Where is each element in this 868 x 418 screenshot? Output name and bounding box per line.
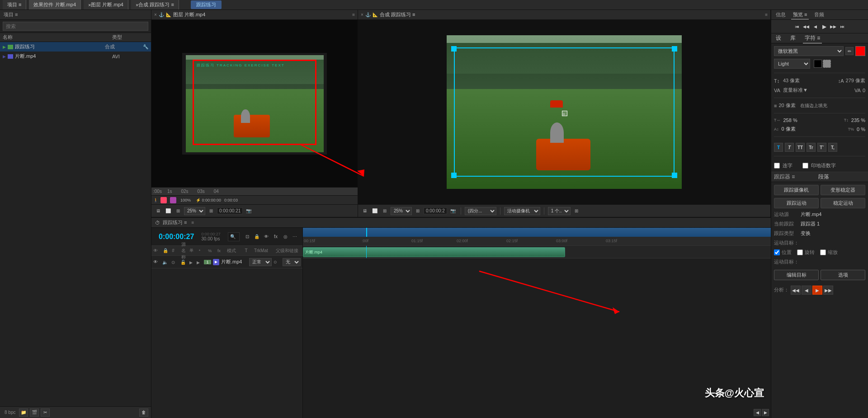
back-btn[interactable]: ◀ [811, 23, 819, 30]
delete-btn[interactable]: 🗑 [139, 409, 148, 417]
right-safe-btn[interactable]: ⬜ [371, 207, 379, 215]
camera-select[interactable]: 活动摄像机 [504, 207, 540, 215]
new-comp-btn[interactable]: 🎬 [30, 409, 39, 417]
pen-icon[interactable]: ✏ [845, 47, 854, 55]
allcaps-btn[interactable]: TT [796, 143, 805, 152]
analyze-fwd-btn[interactable]: ▶ [812, 286, 822, 295]
timeline-clip[interactable]: 片断.mp4 [303, 247, 565, 257]
right-expand-btn[interactable]: ⊞ [414, 207, 422, 215]
nav-left-btn[interactable]: ◀ [754, 409, 761, 416]
tab-effects[interactable]: 效果控件 片断.mp4 [29, 0, 81, 9]
india-checkbox[interactable] [802, 163, 808, 169]
render-icon[interactable]: ⋯ [291, 233, 299, 241]
stabilize-motion-btn[interactable]: 稳定运动 [821, 198, 865, 208]
sub-btn[interactable]: T, [828, 143, 837, 152]
lock-icon[interactable]: 🔒 [253, 233, 261, 241]
track-name: 片断.mp4 [221, 258, 247, 265]
track-solo[interactable]: ⊙ [171, 259, 179, 265]
tab-settings[interactable]: 设 [774, 33, 783, 43]
edit-target-btn[interactable]: 编辑目标 [774, 270, 819, 280]
right-camera-btn[interactable]: 📷 [449, 207, 457, 215]
timecode-row: 0:00:00:27 0:00:00:27 30.00 fps 🔍 [151, 228, 302, 246]
tab-info[interactable]: 信息 [774, 10, 788, 19]
track-lock[interactable]: 🔓 [180, 259, 188, 265]
composition-color [8, 45, 13, 49]
tab-compose[interactable]: × 合成 跟踪练习 ≡ [131, 0, 179, 9]
scale-checkbox[interactable] [820, 249, 826, 255]
track-expand[interactable]: ▶ [189, 259, 195, 265]
fg-color[interactable] [814, 60, 822, 68]
tab-project[interactable]: 项目 ≡ [3, 0, 26, 9]
smallcaps-btn[interactable]: Tr [807, 143, 816, 152]
nav-right-btn[interactable]: ▶ [762, 409, 769, 416]
track-motion-btn[interactable]: 跟踪运动 [774, 198, 819, 208]
analyze-fwd-fwd-btn[interactable]: ▶▶ [823, 286, 833, 295]
secondary-colors [814, 60, 831, 68]
tab-layer[interactable]: × 图层 片断.mp4 [84, 0, 128, 9]
view-select[interactable]: 1 个... [548, 207, 571, 215]
ligature-checkbox[interactable] [774, 163, 780, 169]
left-expand-btn[interactable]: ⊞ [207, 207, 215, 215]
position-checkbox[interactable] [774, 249, 780, 255]
track-camera-btn[interactable]: 跟踪摄像机 [774, 185, 819, 195]
right-zoom-select[interactable]: 25% [391, 207, 412, 215]
bold-btn[interactable]: T [774, 143, 783, 152]
font-style-row: Light [774, 59, 865, 69]
tab-character[interactable]: 字符 ≡ [803, 33, 822, 43]
fps-area: 0:00:00:27 30.00 fps [201, 232, 221, 241]
render-mode-select[interactable]: (四分... [465, 207, 496, 215]
italic-btn[interactable]: T [785, 143, 794, 152]
left-camera-btn[interactable]: 📷 [245, 207, 253, 215]
composition-icon: ▶ [3, 45, 6, 49]
left-safe-btn[interactable]: ⬜ [164, 207, 172, 215]
scissors-btn[interactable]: ✂ [41, 409, 50, 417]
skip-back-btn[interactable]: ⏮ [793, 23, 801, 30]
rotation-checkbox[interactable] [797, 249, 803, 255]
left-monitor-btn[interactable]: 🖥 [154, 207, 162, 215]
skip-fwd-btn[interactable]: ⏭ [839, 23, 846, 30]
composition-label: 跟踪练习 [191, 0, 222, 9]
column-headers: 名称 类型 [0, 33, 151, 42]
tab-audio[interactable]: 音频 [812, 10, 826, 19]
font-style-select[interactable]: Light [774, 59, 810, 69]
track-sub-expand[interactable]: ▶ [197, 259, 202, 265]
next-btn[interactable]: ▶▶ [830, 23, 837, 30]
right-grid-btn[interactable]: ⊞ [381, 207, 389, 215]
right-monitor-btn[interactable]: 🖥 [361, 207, 369, 215]
analyze-play-btns: ◀◀ ◀ ▶ ▶▶ [791, 286, 833, 295]
play-btn[interactable]: ▶ [821, 23, 828, 30]
eye-icon[interactable]: 👁 [262, 233, 270, 241]
warp-stabilize-btn[interactable]: 变形稳定器 [821, 185, 865, 195]
options-btn[interactable]: 选项 [821, 270, 865, 280]
track-visibility[interactable]: 👁 [153, 259, 160, 264]
right-expand2-btn[interactable]: ⊞ [572, 207, 580, 215]
left-zoom-select[interactable]: 25% [184, 207, 205, 215]
timecode-display: 0:00:00:27 [155, 233, 198, 241]
motion-target-row: 运动目标： [774, 258, 865, 265]
project-item-composition[interactable]: ▶ 跟踪练习 合成 🔧 [0, 42, 151, 52]
motion-source-row: 运动源 片断.mp4 [774, 211, 865, 218]
analyze-back-btn[interactable]: ◀ [802, 286, 811, 295]
font-name-row: 微软雅黑 ✏ [774, 46, 865, 56]
color-swatch[interactable] [855, 46, 865, 56]
left-video-panel: × ⚓ 📐 图层 片断.mp4 ≡ [151, 10, 358, 217]
left-grid-btn[interactable]: ⊞ [174, 207, 182, 215]
tab-preview[interactable]: 预览 ≡ [791, 10, 809, 19]
project-bottom-toolbar: 8 bpc 📁 🎬 ✂ 🗑 [0, 406, 151, 418]
font-name-select[interactable]: 微软雅黑 [774, 46, 844, 56]
motion-blur-icon[interactable]: ◎ [281, 233, 289, 241]
new-folder-btn[interactable]: 📁 [19, 409, 28, 417]
tab-library[interactable]: 库 [788, 33, 797, 43]
prev-frame-btn[interactable]: ◀◀ [802, 23, 810, 30]
super-btn[interactable]: T˘ [817, 143, 826, 152]
track-mode-select[interactable]: 正常 [249, 258, 272, 266]
search-input[interactable] [3, 22, 148, 31]
expand-icon[interactable]: ⊡ [243, 233, 251, 241]
left-video-bottom: 🖥 ⬜ ⊞ 25% ⊞ 0:00:00:21 📷 [151, 204, 358, 217]
track-audio[interactable]: 🔈 [162, 259, 170, 265]
fx-icon[interactable]: fx [272, 233, 280, 241]
bg-color[interactable] [823, 60, 831, 68]
track-parent-select[interactable]: 无 [283, 258, 301, 266]
project-item-video[interactable]: ▶ 片断.mp4 AVI [0, 52, 151, 61]
analyze-back-back-btn[interactable]: ◀◀ [791, 286, 801, 295]
